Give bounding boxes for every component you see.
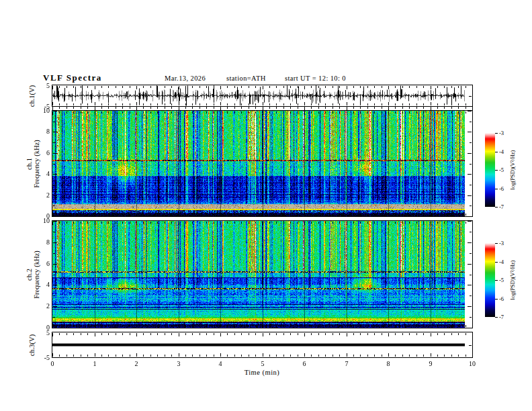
ch2-spec-x-tick-top [108,222,109,224]
ch2-spec-x-tick-top [458,222,459,224]
ch1-wave-x-tick-outer [66,107,67,109]
ch1-y-tick-left [53,195,57,196]
ch1-spec-x-tick-top [431,111,431,115]
ch2-spec-x-tick-bottom [200,325,200,327]
ch3-wave-x-tick-bottom [108,355,109,357]
ch1-y-tick-right [468,153,472,154]
ch3-wave-x-tick-bottom [423,355,424,357]
ch1-wave-x-tick-bottom [374,103,375,105]
ch2-spec-x-tick-bottom [116,325,116,327]
ch3-wave-x-tick-top [304,333,305,336]
ch1-wave-x-tick-top [81,86,81,88]
ch2-spec-x-tick-top [332,222,333,224]
ch2-spec-x-tick-top [269,222,270,224]
ch2-spec-x-tick-top [227,222,228,224]
ch1-wave-x-tick-top [200,86,200,88]
ch1-wave-x-tick-bottom [402,103,403,105]
ch3v-y-tick-left [53,345,56,346]
ch1-wave-x-tick-top [290,86,291,88]
ch3-wave-x-tick-top [249,333,249,335]
ch1-wave-x-tick-top [423,86,424,88]
ch2-spec-x-tick-bottom [276,325,277,327]
ch2-spec-x-tick-bottom [290,325,291,327]
ch1-spec-x-tick-top [81,111,81,113]
ch3-wave-x-tick-bottom [255,355,256,357]
time-tick-label: 4 [212,360,228,367]
ch3v-y-tick-right [469,345,472,346]
ch1-wave-x-tick-bottom [347,102,347,105]
ch1-wave-x-tick-bottom [353,103,354,105]
ch1-wave-x-tick-bottom [263,102,263,105]
ch1-wave-x-tick-bottom [214,103,214,105]
ch1-spec-x-tick-top [388,111,389,115]
ch3-wave-x-tick-top [165,333,165,335]
ch1-wave-x-tick-bottom [165,103,165,105]
ch2-spec-x-tick-top [263,222,263,225]
ch1-wave-x-tick-outer [179,107,179,110]
ch2-spec-x-tick-top [171,222,172,224]
ch1-spec-x-tick-top [66,111,67,113]
ch1-wave-x-tick-bottom [122,103,123,105]
colorbar1-tick [495,207,498,208]
ch3-wave-x-tick-top [388,333,389,336]
ch1-wave-x-tick-outer [423,107,424,109]
ch3-wave-x-tick-bottom [73,355,74,357]
ch1-wave-x-tick-outer [122,107,123,109]
ch1-wave-x-tick-bottom [339,103,340,105]
ch1-y-tick-right [468,195,472,196]
ch1-wave-x-tick-outer [136,107,137,110]
ch2-y-tick-label: 8 [30,238,50,246]
ch1-spec-x-tick-top [269,111,270,113]
ch1-wave-x-tick-bottom [332,103,333,105]
ch2-spec-x-tick-bottom [143,325,144,327]
ch3-wave-x-tick-bottom [290,355,291,357]
ch2-spec-x-tick-bottom [241,325,242,327]
ch3-wave-x-tick-bottom [185,355,186,357]
ch1-wave-x-tick-top [206,86,207,88]
ch2-y-tick-left [53,285,57,285]
ch2-spec-x-tick-top [353,222,354,224]
ch1-y-tick-left [53,111,57,111]
ch3-wave-x-tick-top [59,333,60,335]
colorbar2-tick-label: -5 [499,277,514,283]
ch1-wave-x-tick-top [59,86,60,88]
time-tick-label: 1 [87,360,103,367]
ch1-wave-x-tick-bottom [249,103,249,105]
ch2-y-tick-label: 4 [30,281,50,288]
ch1-wave-x-tick-outer [325,107,326,109]
ch1-wave-x-tick-top [73,86,74,88]
ch3v-y-tick-label: 5 [30,329,50,336]
colorbar2-tick [495,317,498,318]
ch1-wave-x-tick-bottom [116,103,116,105]
ch1-wave-x-tick-top [192,86,193,88]
ch1-spec-x-tick-bottom [458,214,459,216]
ch2-spec-x-tick-top [325,222,326,224]
ch3-wave-x-tick-bottom [227,355,228,357]
ch1-wave-x-tick-outer [360,107,361,109]
ch1-y-tick-right [468,132,472,132]
ch2-spec-x-tick-top [185,222,186,224]
ch1-wave-x-tick-top [347,86,347,89]
ch3-wave-x-tick-top [95,333,95,336]
ch1-wave-x-tick-bottom [101,103,102,105]
ch2-spec-x-tick-bottom [249,325,249,327]
ch1-wave-x-tick-bottom [423,103,424,105]
ch1-spec-x-tick-bottom [73,214,74,216]
ch1-spec-x-tick-top [185,111,186,113]
time-tick-label: 10 [464,360,480,367]
ch3-wave-x-tick-bottom [472,353,473,357]
ch1-y-tick-left [53,164,55,165]
ch1-wave-x-tick-outer [276,107,277,109]
colorbar2-tick-label: -7 [499,314,514,320]
ch1-wave-x-tick-outer [451,107,452,109]
ch3-wave-x-tick-top [367,333,368,335]
ch3-wave-x-tick-top [227,333,228,335]
ch3-wave-x-tick-top [332,333,333,335]
ch2-spec-x-tick-bottom [402,325,403,327]
ch3-voltage-axis-label: ch.3(V) [28,334,36,356]
ch2-spec-x-tick-bottom [423,325,424,327]
ch1-wave-x-tick-outer [249,107,249,109]
ch2-spec-x-tick-top [73,222,74,224]
ch1-spec-x-tick-bottom [451,214,452,216]
ch2-spec-x-tick-bottom [157,325,158,327]
